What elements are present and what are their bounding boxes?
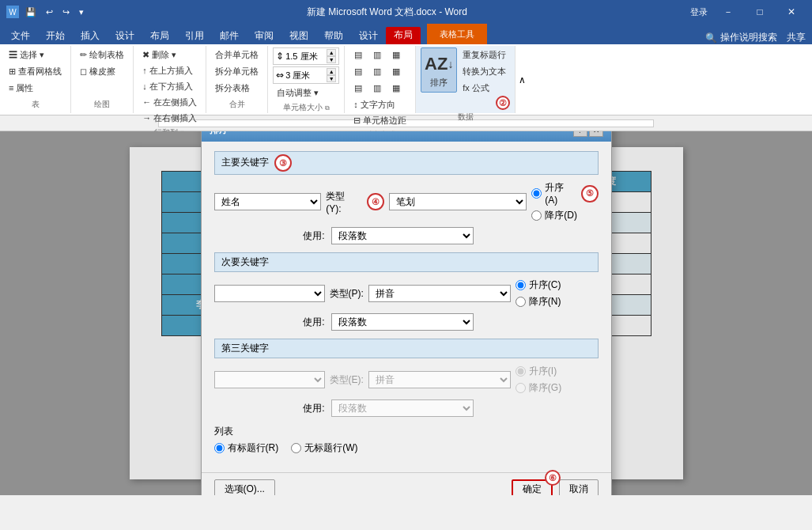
dialog-titlebar: 排序 ? ✕ [202,131,611,142]
tab-view[interactable]: 视图 [281,27,316,44]
tab-review[interactable]: 审阅 [247,27,281,44]
insert-right-btn[interactable]: → 在右侧插入 [138,111,201,126]
sort-dialog: 排序 ? ✕ 主要关键字 ③ [201,131,612,495]
split-table-btn[interactable]: 拆分表格 [211,81,262,96]
merge-cells-btn[interactable]: 合并单元格 [211,47,262,62]
tab-design[interactable]: 设计 [108,27,142,44]
tab-table-layout[interactable]: 布局 [386,27,421,44]
align-mid-right-btn[interactable]: ▦ [387,64,405,79]
secondary-use-select[interactable]: 段落数 [331,313,474,331]
sort-btn[interactable]: AZ↓ 排序 [421,47,457,93]
secondary-desc-radio[interactable] [516,297,526,307]
tab-home[interactable]: 开始 [38,27,73,44]
insert-below-btn[interactable]: ↓ 在下方插入 [138,79,197,94]
align-top-center-btn[interactable]: ▥ [368,47,386,62]
tertiary-use-select[interactable]: 段落数 [331,399,474,417]
no-header-option[interactable]: 无标题行(W) [291,441,357,455]
group-data-footer: ② [421,96,510,110]
tertiary-key-field-select[interactable] [214,371,325,388]
share-btn[interactable]: 共享 [787,31,806,44]
height-down-btn[interactable]: ▼ [327,56,336,63]
dialog-close-btn[interactable]: ✕ [589,131,603,137]
cell-margins-btn[interactable]: ⊟ 单元格边距 [349,113,410,128]
text-direction-btn[interactable]: ↕ 文字方向 [349,97,410,112]
width-down-btn[interactable]: ▼ [327,75,336,82]
tab-layout[interactable]: 布局 [142,27,177,44]
tertiary-type-select[interactable]: 拼音 [368,371,511,388]
type-label: 类型(Y): [326,190,359,214]
row-height-input[interactable] [285,51,325,61]
width-up-btn[interactable]: ▲ [327,68,336,75]
select-btn[interactable]: ☰ 选择 ▾ [5,47,66,62]
insert-above-btn[interactable]: ↑ 在上方插入 [138,63,197,78]
customize-btn[interactable]: ▾ [76,6,87,19]
repeat-header-btn[interactable]: 重复标题行 [459,47,510,62]
align-mid-center-btn[interactable]: ▥ [368,64,386,79]
group-data-label: 数据 [458,110,474,124]
primary-use-select[interactable]: 段落数 [331,227,474,244]
maximize-btn[interactable]: □ [746,0,774,24]
align-top-left-btn[interactable]: ▤ [349,47,367,62]
secondary-key-row: 类型(P): 拼音 升序(C) [214,278,599,309]
text-dir-margin-col: ↕ 文字方向 ⊟ 单元格边距 [349,97,410,128]
col-width-input[interactable] [285,70,325,80]
tertiary-key-header: 第三关键字 [214,339,599,358]
tab-insert[interactable]: 插入 [73,27,108,44]
split-cells-btn[interactable]: 拆分单元格 [211,64,262,79]
align-bot-right-btn[interactable]: ▦ [387,81,405,96]
dialog-content: 主要关键字 ③ 姓名 类型(Y): ④ 笔划 [202,142,611,472]
header-row-option[interactable]: 有标题行(R) [214,441,279,455]
redo-btn[interactable]: ↪ [59,6,73,19]
secondary-asc-radio[interactable] [516,280,526,290]
tab-help[interactable]: 帮助 [316,27,351,44]
view-gridlines-btn[interactable]: ⊞ 查看网格线 [5,64,66,79]
auto-fit-btn[interactable]: 自动调整 ▾ [273,85,339,100]
secondary-use-row: 使用: 段落数 [214,313,599,331]
search-box[interactable]: 🔍 操作说明搜索 [705,31,777,44]
primary-type-select[interactable]: 笔划 [389,193,527,210]
window-title: 新建 Microsoft Word 文档.docx - Word [87,6,687,19]
save-btn[interactable]: 💾 [22,6,40,19]
login-btn[interactable]: 登录 [687,5,711,20]
list-label: 列表 [214,425,599,438]
undo-btn[interactable]: ↩ [43,6,56,19]
tab-table-design[interactable]: 设计 [351,27,386,44]
dialog-title: 排序 [210,131,228,137]
properties-btn[interactable]: ≡ 属性 [5,81,66,96]
minimize-btn[interactable]: － [714,0,742,24]
height-up-btn[interactable]: ▲ [327,49,336,56]
tab-references[interactable]: 引用 [177,27,212,44]
width-spinners: ▲ ▼ [327,68,336,82]
alignment-mid-row: ▤ ▥ ▦ [349,64,405,79]
delete-btn[interactable]: ✖ 删除 ▾ [138,47,180,62]
primary-key-field-select[interactable]: 姓名 [214,193,322,210]
header-row-radio[interactable] [214,443,225,453]
tertiary-asc-radio[interactable] [516,366,526,377]
cancel-btn[interactable]: 取消 [559,479,599,495]
ribbon-collapse-btn[interactable]: ∧ [516,46,529,113]
tab-file[interactable]: 文件 [3,27,38,44]
align-top-right-btn[interactable]: ▦ [387,47,405,62]
insert-left-btn[interactable]: ← 在左侧插入 [138,95,201,110]
close-btn[interactable]: ✕ [777,0,806,24]
align-mid-left-btn[interactable]: ▤ [349,64,367,79]
secondary-type-select[interactable]: 拼音 [368,285,511,302]
primary-desc-radio[interactable] [531,210,542,221]
draw-table-btn[interactable]: ✏ 绘制表格 [76,47,128,62]
eraser-btn[interactable]: ◻ 橡皮擦 [76,64,128,79]
align-bot-center-btn[interactable]: ▥ [368,81,386,96]
no-header-radio[interactable] [291,443,301,453]
align-bot-left-btn[interactable]: ▤ [349,81,367,96]
tertiary-asc-radio-item: 升序(I) [516,365,561,378]
dialog-help-btn[interactable]: ? [573,131,587,137]
tertiary-desc-radio[interactable] [516,383,526,393]
group-alignment-content: ▤ ▥ ▦ ▤ ▥ ▦ ▤ ▥ ▦ ↕ 文字方向 ⊟ 单元格边距 [349,47,410,128]
formula-btn[interactable]: fx 公式 [459,81,510,96]
tab-mailings[interactable]: 邮件 [212,27,247,44]
table-tools-col: ☰ 选择 ▾ ⊞ 查看网格线 ≡ 属性 [5,47,66,96]
convert-text-btn[interactable]: 转换为文本 [459,64,510,79]
dialog-overlay: 排序 ? ✕ 主要关键字 ③ [0,131,812,495]
secondary-key-field-select[interactable] [214,285,325,302]
options-btn[interactable]: 选项(O)... [214,479,275,495]
primary-asc-radio[interactable] [531,188,542,199]
